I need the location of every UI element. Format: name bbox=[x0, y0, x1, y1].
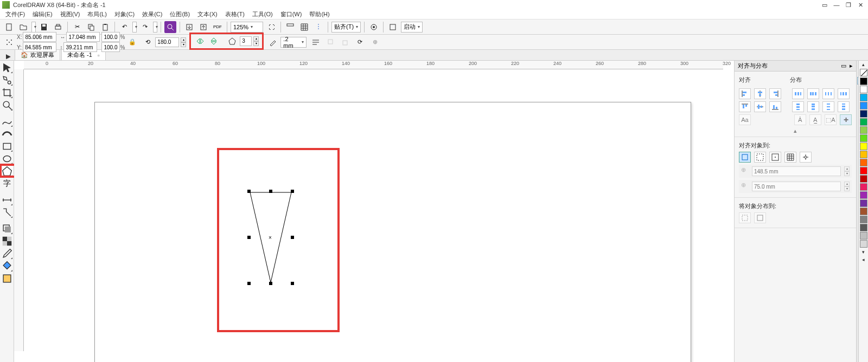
palette-flyout-button[interactable]: ◂ bbox=[859, 256, 868, 263]
color-swatch[interactable] bbox=[860, 240, 867, 248]
vertical-ruler[interactable] bbox=[14, 69, 24, 351]
show-rulers-button[interactable] bbox=[284, 21, 296, 33]
align-to-page-edge-button[interactable] bbox=[754, 152, 766, 163]
mirror-vertical-button[interactable] bbox=[208, 35, 220, 47]
selected-polygon[interactable]: × bbox=[249, 191, 292, 283]
align-left-button[interactable] bbox=[739, 88, 751, 99]
options-button[interactable] bbox=[368, 21, 380, 33]
color-swatch[interactable] bbox=[860, 191, 867, 199]
color-swatch[interactable] bbox=[860, 159, 867, 166]
sides-spinner[interactable]: ▴▾ bbox=[253, 36, 259, 46]
palette-down-button[interactable]: ▾ bbox=[859, 248, 868, 256]
paste-button[interactable] bbox=[99, 21, 111, 33]
align-y-spinner[interactable]: ▴▾ bbox=[844, 182, 850, 191]
pick-tool[interactable] bbox=[1, 62, 13, 74]
menu-file[interactable]: 文件(F) bbox=[2, 10, 28, 18]
undo-button[interactable]: ↶ bbox=[118, 21, 130, 33]
align-x-spinner[interactable]: ▴▾ bbox=[844, 166, 850, 176]
docker-menu-icon[interactable]: ▸ bbox=[850, 62, 853, 69]
open-button[interactable] bbox=[17, 21, 29, 33]
save-button[interactable] bbox=[38, 21, 50, 33]
text-align-button-1[interactable]: Aa bbox=[739, 114, 751, 125]
align-center-v-button[interactable] bbox=[754, 101, 766, 112]
back-of-layer-button[interactable] bbox=[339, 36, 350, 48]
show-guidelines-button[interactable] bbox=[312, 21, 324, 33]
freehand-tool[interactable] bbox=[1, 115, 13, 127]
color-swatch[interactable] bbox=[860, 224, 867, 231]
search-content-button[interactable] bbox=[164, 21, 176, 33]
home-icon[interactable]: ⯈ bbox=[2, 54, 15, 60]
scale-y-field[interactable] bbox=[101, 42, 120, 52]
snap-dropdown[interactable]: 贴齐(T)▾ bbox=[331, 22, 361, 33]
menu-effects[interactable]: 效果(C) bbox=[139, 10, 165, 18]
dist-center-v-button[interactable] bbox=[807, 101, 819, 112]
menu-window[interactable]: 窗口(W) bbox=[277, 10, 305, 18]
wrap-text-button[interactable] bbox=[310, 36, 322, 48]
menu-text[interactable]: 文本(X) bbox=[194, 10, 221, 18]
use-outline-button[interactable]: ✚ bbox=[840, 114, 852, 125]
help-doc-icon[interactable]: ▭ bbox=[819, 1, 830, 9]
outline-width-dropdown[interactable]: .2 mm▾ bbox=[280, 37, 307, 48]
align-bottom-button[interactable] bbox=[769, 101, 781, 112]
crop-tool[interactable] bbox=[1, 87, 13, 99]
drop-shadow-tool[interactable] bbox=[1, 223, 13, 235]
lock-ratio-button[interactable]: 🔒 bbox=[126, 36, 138, 48]
no-color-swatch[interactable] bbox=[860, 69, 867, 76]
color-swatch[interactable] bbox=[860, 77, 867, 85]
docker-expand-icon[interactable]: ▭ bbox=[841, 62, 846, 69]
convert-to-curves-button[interactable]: ⟳ bbox=[354, 36, 366, 48]
collapse-icon[interactable]: ▴ bbox=[739, 127, 852, 134]
color-swatch[interactable] bbox=[860, 94, 867, 101]
dist-top-button[interactable] bbox=[792, 101, 804, 112]
dist-to-page-button[interactable] bbox=[754, 212, 766, 223]
menu-edit[interactable]: 编辑(E) bbox=[29, 10, 56, 18]
cut-button[interactable]: ✂ bbox=[71, 21, 83, 33]
close-button[interactable]: ✕ bbox=[855, 1, 866, 9]
app-launcher-icon[interactable] bbox=[387, 21, 399, 33]
color-swatch[interactable] bbox=[860, 175, 867, 183]
color-swatch[interactable] bbox=[860, 216, 867, 223]
zoom-tool[interactable] bbox=[1, 99, 13, 111]
color-swatch[interactable] bbox=[860, 86, 867, 93]
dist-bottom-button[interactable] bbox=[838, 101, 850, 112]
rectangle-tool[interactable] bbox=[1, 140, 13, 152]
color-swatch[interactable] bbox=[860, 134, 867, 142]
y-position-field[interactable] bbox=[23, 42, 56, 52]
new-button[interactable] bbox=[3, 21, 15, 33]
color-swatch[interactable] bbox=[860, 102, 867, 109]
align-to-grid-button[interactable] bbox=[784, 152, 796, 163]
menu-view[interactable]: 视图(V) bbox=[57, 10, 84, 18]
dist-left-button[interactable] bbox=[792, 88, 804, 99]
ellipse-tool[interactable] bbox=[1, 153, 13, 165]
palette-up-button[interactable]: ▴ bbox=[859, 61, 868, 68]
width-field[interactable] bbox=[66, 32, 100, 42]
menu-table[interactable]: 表格(T) bbox=[222, 10, 248, 18]
copy-button[interactable] bbox=[85, 21, 97, 33]
dist-right-button[interactable] bbox=[838, 88, 850, 99]
align-x-field[interactable] bbox=[752, 166, 841, 176]
tab-close-icon[interactable]: ▫ bbox=[98, 52, 100, 59]
horizontal-ruler[interactable]: 0204060801001201401601802002202402602803… bbox=[24, 61, 723, 69]
color-swatch[interactable] bbox=[860, 110, 867, 118]
show-grid-button[interactable] bbox=[298, 21, 310, 33]
eyedropper-tool[interactable] bbox=[1, 248, 13, 260]
full-screen-button[interactable]: ⛶ bbox=[265, 21, 277, 33]
align-y-field[interactable] bbox=[752, 182, 841, 191]
color-swatch[interactable] bbox=[860, 232, 867, 240]
text-baseline-button[interactable]: Ȧ bbox=[794, 114, 806, 125]
x-position-field[interactable] bbox=[23, 32, 56, 42]
dist-spacing-h-button[interactable] bbox=[822, 88, 834, 99]
dimension-tool[interactable] bbox=[1, 194, 13, 206]
maximize-button[interactable]: ❐ bbox=[843, 1, 854, 9]
quick-customize-button[interactable]: ⊕ bbox=[369, 36, 381, 48]
height-field[interactable] bbox=[63, 42, 97, 52]
artistic-media-tool[interactable] bbox=[1, 128, 13, 140]
menu-help[interactable]: 帮助(H) bbox=[306, 10, 333, 18]
align-to-active-button[interactable] bbox=[739, 152, 751, 163]
color-swatch[interactable] bbox=[860, 183, 867, 191]
color-swatch[interactable] bbox=[860, 167, 867, 174]
zoom-level-dropdown[interactable]: 125%▾ bbox=[231, 22, 263, 33]
align-top-button[interactable] bbox=[739, 101, 751, 112]
connector-tool[interactable] bbox=[1, 206, 13, 218]
align-right-button[interactable] bbox=[769, 88, 781, 99]
